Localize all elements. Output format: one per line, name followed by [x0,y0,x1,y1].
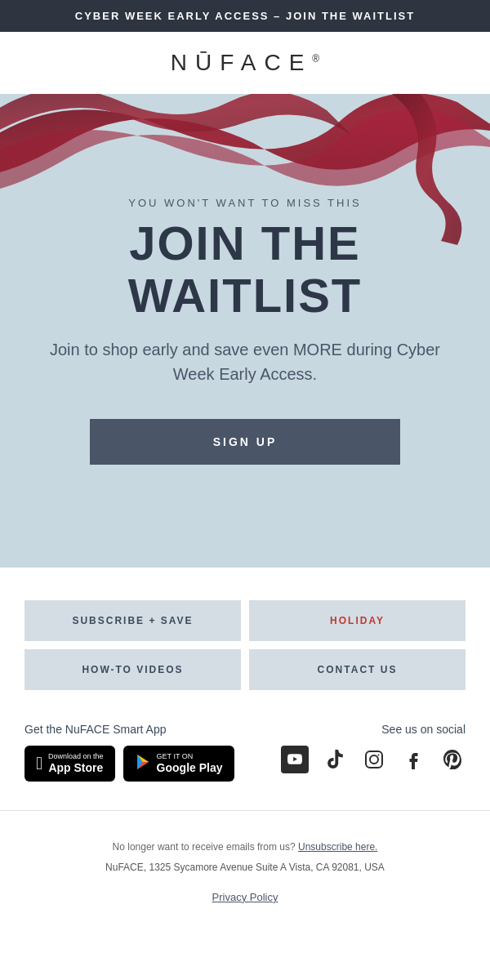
pinterest-icon[interactable] [439,746,466,773]
nav-grid: SUBSCRIBE + SAVE HOLIDAY HOW-TO VIDEOS C… [24,600,466,690]
svg-point-6 [378,755,380,756]
apple-btn-text: Download on the App Store [48,752,104,775]
app-social-section: Get the NuFACE Smart App  Download on t… [0,715,490,798]
google-btn-text: GET IT ON Google Play [157,752,223,775]
hero-subtitle: Join to shop early and save even MORE du… [49,337,441,386]
facebook-icon[interactable] [400,746,426,773]
apple-app-store-button[interactable]:  Download on the App Store [24,746,115,782]
holiday-button[interactable]: HOLIDAY [249,600,466,641]
tiktok-icon[interactable] [322,746,348,773]
youtube-icon[interactable] [281,746,309,773]
hero-pretitle: YOU WON'T WANT TO MISS THIS [128,197,361,209]
apple-icon:  [36,753,42,774]
privacy-policy-link[interactable]: Privacy Policy [212,891,278,903]
footer-address: NuFACE, 1325 Sycamore Avenue Suite A Vis… [33,862,457,873]
footer-divider [0,810,490,811]
social-column: See us on social [281,723,466,773]
unsubscribe-text: No longer want to receive emails from us… [33,840,457,855]
how-to-videos-button[interactable]: HOW-TO VIDEOS [24,649,241,690]
ribbon-decoration [0,94,490,568]
banner-text: CYBER WEEK EARLY ACCESS – JOIN THE WAITL… [75,10,415,22]
social-icons [281,746,466,773]
instagram-icon[interactable] [361,746,387,773]
nav-section: SUBSCRIBE + SAVE HOLIDAY HOW-TO VIDEOS C… [0,568,490,715]
social-section-label: See us on social [381,723,466,736]
google-play-icon [135,754,151,773]
subscribe-save-button[interactable]: SUBSCRIBE + SAVE [24,600,241,641]
app-section-label: Get the NuFACE Smart App [24,723,167,736]
contact-us-button[interactable]: CONTACT US [249,649,466,690]
hero-title: JOIN THE WAITLIST [49,217,441,322]
hero-section: YOU WON'T WANT TO MISS THIS JOIN THE WAI… [0,94,490,568]
svg-rect-4 [366,751,382,768]
logo-reg: ® [312,53,319,65]
app-column: Get the NuFACE Smart App  Download on t… [24,723,234,782]
header: NŪ​FACE® [0,32,490,94]
sign-up-button[interactable]: SIGN UP [90,419,400,465]
svg-point-5 [370,755,378,764]
logo: NŪ​FACE® [16,50,474,76]
google-play-button[interactable]: GET IT ON Google Play [123,746,234,782]
app-buttons:  Download on the App Store GET IT ON [24,746,234,782]
unsubscribe-link[interactable]: Unsubscribe here. [298,841,377,853]
footer: No longer want to receive emails from us… [0,823,490,929]
top-banner[interactable]: CYBER WEEK EARLY ACCESS – JOIN THE WAITL… [0,0,490,32]
